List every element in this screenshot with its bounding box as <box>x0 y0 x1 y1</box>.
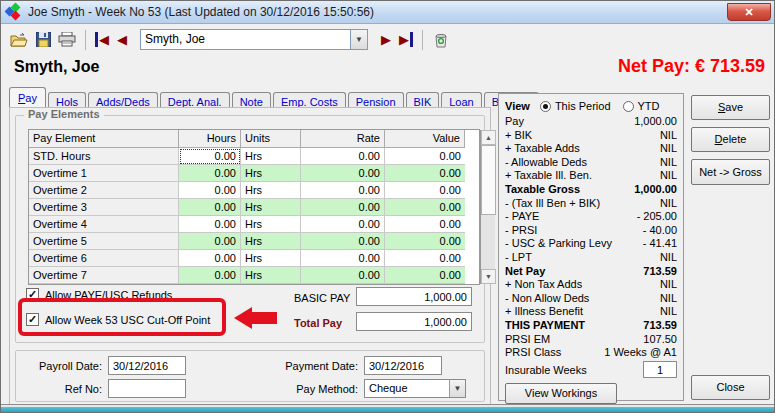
cell-units[interactable]: Hrs <box>241 148 301 165</box>
print-button[interactable] <box>55 29 79 51</box>
nav-next-button[interactable]: ▶ <box>376 30 396 50</box>
cell-hours[interactable]: 0.00 <box>179 216 241 233</box>
summary-value: - 41.41 <box>643 237 677 251</box>
scroll-up-icon[interactable]: ▲ <box>481 130 496 145</box>
cell-rate[interactable]: 0.00 <box>301 267 385 284</box>
this-period-radio[interactable] <box>540 101 551 112</box>
summary-row-net-pay: Net Pay713.59 <box>505 265 677 279</box>
cell-hours[interactable]: 0.00 <box>179 148 241 165</box>
cell-value[interactable]: 0.00 <box>385 165 465 182</box>
cell-units[interactable]: Hrs <box>241 182 301 199</box>
summary-row: PRSI EM107.50 <box>505 333 677 347</box>
summary-label: - USC & Parking Levy <box>505 237 612 251</box>
cell-value[interactable]: 0.00 <box>385 199 465 216</box>
table-row: Overtime 4 0.00 Hrs 0.00 0.00 <box>29 216 479 233</box>
summary-row: - Allowable DedsNIL <box>505 156 677 170</box>
col-pay-element: Pay Element <box>29 130 179 148</box>
payment-date-field[interactable] <box>364 356 442 375</box>
summary-row: PRSI Class1 Weeks @ A1 <box>505 346 677 360</box>
cell-value[interactable]: 0.00 <box>385 267 465 284</box>
cell-hours[interactable]: 0.00 <box>179 165 241 182</box>
cell-rate[interactable]: 0.00 <box>301 148 385 165</box>
checkbox-check-icon[interactable]: ✓ <box>26 313 39 326</box>
checkbox-check-icon[interactable]: ✓ <box>26 288 39 301</box>
ytd-radio[interactable] <box>623 101 634 112</box>
cell-units[interactable]: Hrs <box>241 267 301 284</box>
cell-rate[interactable]: 0.00 <box>301 182 385 199</box>
ref-no-label: Ref No: <box>20 383 102 395</box>
nav-first-button[interactable]: ◀ <box>92 30 112 50</box>
tab-pay[interactable]: Pay <box>9 87 46 109</box>
cell-rate[interactable]: 0.00 <box>301 165 385 182</box>
nav-last-button[interactable]: ▶ <box>396 30 416 50</box>
total-pay-field[interactable] <box>356 312 472 331</box>
cell-hours[interactable]: 0.00 <box>179 267 241 284</box>
summary-label: - (Tax Ill Ben + BIK) <box>505 197 600 211</box>
pay-method-value: Cheque <box>369 382 408 394</box>
summary-value: NIL <box>660 156 677 170</box>
summary-value: NIL <box>660 305 677 319</box>
cell-units[interactable]: Hrs <box>241 165 301 182</box>
save-button-toolbar[interactable] <box>31 29 55 51</box>
pay-method-select[interactable]: Cheque ▼ <box>364 379 466 398</box>
net-to-gross-button[interactable]: Net -> Gross <box>691 159 770 185</box>
cell-value[interactable]: 0.00 <box>385 233 465 250</box>
cell-value[interactable]: 0.00 <box>385 182 465 199</box>
allow-paye-usc-refunds-checkbox[interactable]: ✓ Allow PAYE/USC Refunds <box>26 288 172 301</box>
basic-pay-field[interactable] <box>356 287 472 306</box>
delete-record-button[interactable] <box>429 29 453 51</box>
cell-units[interactable]: Hrs <box>241 233 301 250</box>
insurable-weeks-label: Insurable Weeks <box>505 364 587 376</box>
cell-units[interactable]: Hrs <box>241 199 301 216</box>
employee-selector[interactable]: Smyth, Joe ▼ <box>140 29 368 50</box>
delete-button[interactable]: Delete <box>691 127 770 152</box>
summary-row: Pay1,000.00 <box>505 115 677 129</box>
summary-value: NIL <box>660 278 677 292</box>
summary-row: + Non Tax AddsNIL <box>505 278 677 292</box>
summary-value: NIL <box>660 169 677 183</box>
summary-row: + BIKNIL <box>505 129 677 143</box>
cell-value[interactable]: 0.00 <box>385 148 465 165</box>
table-row: Overtime 1 0.00 Hrs 0.00 0.00 <box>29 165 479 182</box>
cell-hours[interactable]: 0.00 <box>179 199 241 216</box>
scrollbar-thumb[interactable] <box>481 145 496 215</box>
summary-label: - PRSI <box>505 224 537 238</box>
insurable-weeks-row: Insurable Weeks <box>505 360 677 380</box>
cell-hours[interactable]: 0.00 <box>179 233 241 250</box>
summary-value: 713.59 <box>643 265 677 279</box>
summary-value: NIL <box>660 142 677 156</box>
cell-units[interactable]: Hrs <box>241 250 301 267</box>
cell-rate[interactable]: 0.00 <box>301 250 385 267</box>
ref-no-field[interactable] <box>108 379 186 398</box>
cell-rate[interactable]: 0.00 <box>301 216 385 233</box>
close-window-button[interactable]: ✕ <box>727 3 771 21</box>
nav-previous-button[interactable]: ◀ <box>112 30 132 50</box>
table-scrollbar[interactable]: ▲ ▼ <box>480 130 495 284</box>
summary-label: + Illness Benefit <box>505 305 583 319</box>
cell-name: Overtime 7 <box>29 267 179 284</box>
close-button[interactable]: Close <box>691 375 770 400</box>
table-row: STD. Hours 0.00 Hrs 0.00 0.00 <box>29 148 479 165</box>
cell-rate[interactable]: 0.00 <box>301 233 385 250</box>
cell-name: Overtime 5 <box>29 233 179 250</box>
cell-hours[interactable]: 0.00 <box>179 182 241 199</box>
allow-week53-usc-checkbox[interactable]: ✓ Allow Week 53 USC Cut-Off Point <box>26 313 210 326</box>
view-workings-button[interactable]: View Workings <box>505 383 617 404</box>
table-header-row: Pay Element Hours Units Rate Value <box>29 130 479 148</box>
cell-rate[interactable]: 0.00 <box>301 199 385 216</box>
cell-hours[interactable]: 0.00 <box>179 250 241 267</box>
payroll-date-field[interactable] <box>108 356 186 375</box>
cell-value[interactable]: 0.00 <box>385 250 465 267</box>
open-button[interactable] <box>7 29 31 51</box>
summary-value: - 205.00 <box>637 210 677 224</box>
summary-label: + BIK <box>505 129 532 143</box>
title-bar[interactable]: Joe Smyth - Week No 53 (Last Updated on … <box>1 1 774 24</box>
summary-label: Pay <box>505 115 524 129</box>
cell-units[interactable]: Hrs <box>241 216 301 233</box>
chevron-down-icon[interactable]: ▼ <box>350 30 367 49</box>
save-button[interactable]: Save <box>691 95 770 120</box>
insurable-weeks-field[interactable] <box>643 361 677 378</box>
chevron-down-icon[interactable]: ▼ <box>449 380 465 397</box>
scroll-down-icon[interactable]: ▼ <box>481 269 496 284</box>
cell-value[interactable]: 0.00 <box>385 216 465 233</box>
